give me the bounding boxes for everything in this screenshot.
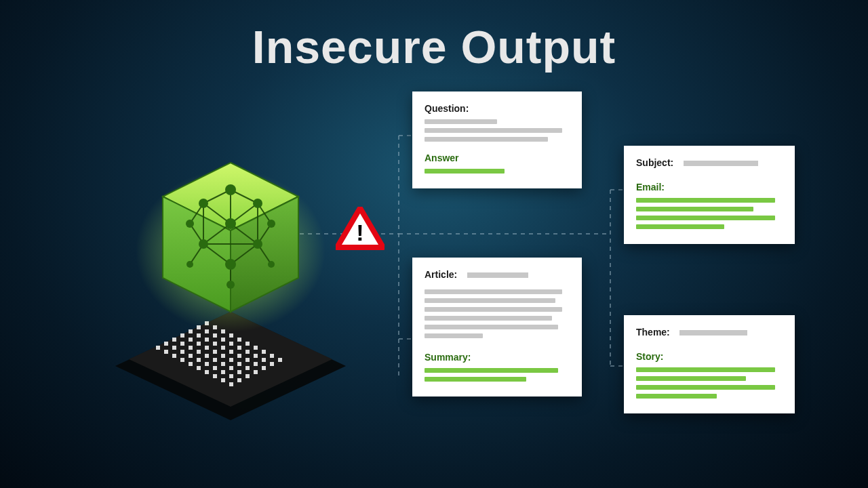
svg-point-106 bbox=[226, 281, 235, 289]
svg-rect-41 bbox=[229, 350, 233, 354]
svg-rect-49 bbox=[245, 350, 250, 354]
svg-rect-17 bbox=[180, 350, 184, 354]
svg-rect-20 bbox=[205, 338, 209, 342]
svg-rect-2 bbox=[156, 346, 160, 350]
svg-point-95 bbox=[225, 184, 236, 195]
svg-rect-36 bbox=[237, 338, 241, 342]
svg-rect-42 bbox=[237, 346, 241, 350]
svg-rect-16 bbox=[172, 354, 176, 358]
svg-rect-40 bbox=[221, 354, 225, 358]
qa-question-label: Question: bbox=[425, 103, 469, 114]
svg-rect-50 bbox=[254, 346, 258, 350]
svg-point-96 bbox=[199, 199, 208, 208]
svg-rect-10 bbox=[172, 346, 176, 350]
story-theme-label: Theme: bbox=[636, 327, 670, 338]
svg-rect-14 bbox=[205, 329, 209, 333]
svg-rect-51 bbox=[213, 374, 217, 378]
svg-rect-19 bbox=[197, 342, 201, 346]
svg-rect-33 bbox=[213, 350, 217, 354]
svg-rect-4 bbox=[172, 338, 176, 342]
svg-rect-46 bbox=[221, 362, 225, 366]
svg-rect-12 bbox=[189, 338, 193, 342]
svg-rect-65 bbox=[229, 382, 233, 386]
svg-rect-62 bbox=[254, 362, 258, 366]
svg-rect-71 bbox=[278, 358, 282, 362]
email-subject-label: Subject: bbox=[636, 157, 673, 168]
svg-rect-32 bbox=[205, 354, 209, 358]
svg-rect-47 bbox=[229, 358, 233, 362]
svg-text:!: ! bbox=[356, 220, 363, 245]
ai-model-icon bbox=[102, 142, 359, 427]
svg-rect-44 bbox=[205, 370, 209, 374]
svg-rect-39 bbox=[213, 358, 217, 362]
svg-rect-6 bbox=[189, 329, 193, 333]
svg-rect-67 bbox=[245, 374, 250, 378]
svg-rect-38 bbox=[205, 362, 209, 366]
svg-point-103 bbox=[225, 259, 236, 270]
svg-rect-54 bbox=[237, 362, 241, 366]
svg-point-104 bbox=[186, 261, 193, 268]
svg-rect-13 bbox=[197, 333, 201, 338]
svg-rect-52 bbox=[221, 370, 225, 374]
svg-rect-58 bbox=[221, 378, 225, 382]
svg-rect-24 bbox=[189, 354, 193, 358]
summary-label: Summary: bbox=[425, 352, 471, 363]
svg-rect-43 bbox=[245, 342, 250, 346]
svg-rect-29 bbox=[229, 333, 233, 338]
svg-rect-18 bbox=[189, 346, 193, 350]
svg-rect-48 bbox=[237, 354, 241, 358]
svg-point-101 bbox=[199, 239, 208, 249]
svg-rect-28 bbox=[221, 338, 225, 342]
svg-rect-5 bbox=[180, 333, 184, 338]
svg-rect-57 bbox=[262, 350, 266, 354]
svg-rect-3 bbox=[164, 342, 168, 346]
svg-rect-45 bbox=[213, 366, 217, 370]
svg-rect-63 bbox=[262, 358, 266, 362]
svg-rect-23 bbox=[180, 358, 184, 362]
svg-rect-21 bbox=[213, 333, 217, 338]
svg-rect-53 bbox=[229, 366, 233, 370]
svg-rect-26 bbox=[205, 346, 209, 350]
svg-rect-56 bbox=[254, 354, 258, 358]
svg-rect-64 bbox=[270, 354, 274, 358]
article-label: Article: bbox=[425, 269, 457, 280]
svg-rect-9 bbox=[164, 350, 168, 354]
svg-point-102 bbox=[253, 239, 262, 249]
output-card-qa: Question: Answer bbox=[412, 92, 582, 188]
svg-point-99 bbox=[186, 220, 194, 228]
output-card-article: Article: Summary: bbox=[412, 258, 582, 396]
svg-point-105 bbox=[268, 261, 275, 268]
svg-rect-66 bbox=[237, 378, 241, 382]
story-label: Story: bbox=[636, 351, 663, 362]
email-body-label: Email: bbox=[636, 182, 665, 192]
svg-rect-30 bbox=[189, 362, 193, 366]
qa-answer-label: Answer bbox=[425, 152, 459, 163]
output-card-story: Theme: Story: bbox=[624, 315, 795, 413]
svg-rect-27 bbox=[213, 342, 217, 346]
svg-rect-35 bbox=[229, 342, 233, 346]
svg-rect-55 bbox=[245, 358, 250, 362]
output-card-email: Subject: Email: bbox=[624, 146, 795, 244]
svg-rect-34 bbox=[221, 346, 225, 350]
svg-rect-59 bbox=[229, 374, 233, 378]
svg-rect-70 bbox=[270, 362, 274, 366]
svg-point-98 bbox=[225, 218, 236, 229]
svg-rect-37 bbox=[197, 366, 201, 370]
svg-rect-11 bbox=[180, 342, 184, 346]
svg-point-97 bbox=[253, 199, 262, 208]
svg-rect-69 bbox=[262, 366, 266, 370]
svg-rect-61 bbox=[245, 366, 250, 370]
svg-rect-68 bbox=[254, 370, 258, 374]
svg-rect-60 bbox=[237, 370, 241, 374]
svg-rect-25 bbox=[197, 350, 201, 354]
page-title: Insecure Output bbox=[0, 20, 868, 73]
svg-rect-31 bbox=[197, 358, 201, 362]
svg-point-100 bbox=[267, 220, 275, 228]
warning-icon: ! bbox=[336, 207, 384, 250]
